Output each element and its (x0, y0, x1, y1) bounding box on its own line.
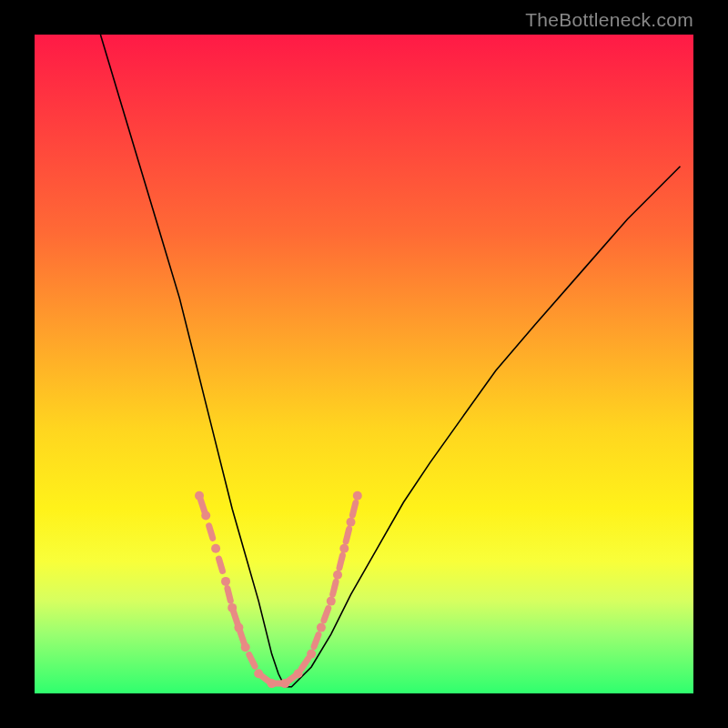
highlight-segment (346, 529, 349, 541)
highlight-segment (324, 609, 329, 621)
highlight-segment (234, 612, 238, 623)
highlight-dot (221, 577, 230, 586)
curve-layer (35, 35, 693, 693)
highlight-dot (347, 518, 356, 527)
highlight-segment (301, 659, 308, 670)
highlight-segment (352, 503, 355, 516)
highlight-segment (219, 559, 223, 571)
highlight-segment (314, 635, 318, 647)
highlight-points (195, 491, 362, 688)
highlight-dot (327, 597, 336, 606)
highlight-dot (241, 642, 250, 652)
highlight-dot (211, 544, 220, 553)
plot-area (35, 35, 693, 693)
highlight-dot (307, 650, 316, 659)
highlight-segment (200, 500, 204, 511)
highlight-dot (353, 491, 362, 500)
highlight-segment (209, 526, 213, 538)
highlight-segment (333, 581, 336, 594)
chart-frame: TheBottleneck.com (0, 0, 728, 728)
highlight-dot (201, 511, 210, 521)
highlight-dot (333, 571, 342, 580)
highlight-segment (339, 555, 342, 568)
highlight-dot (317, 623, 326, 632)
watermark-text: TheBottleneck.com (525, 9, 693, 31)
highlight-dot (339, 544, 349, 553)
highlight-segment (228, 589, 230, 602)
highlight-segment (249, 655, 255, 667)
highlight-segment (240, 632, 245, 643)
bottleneck-curve (100, 35, 680, 687)
